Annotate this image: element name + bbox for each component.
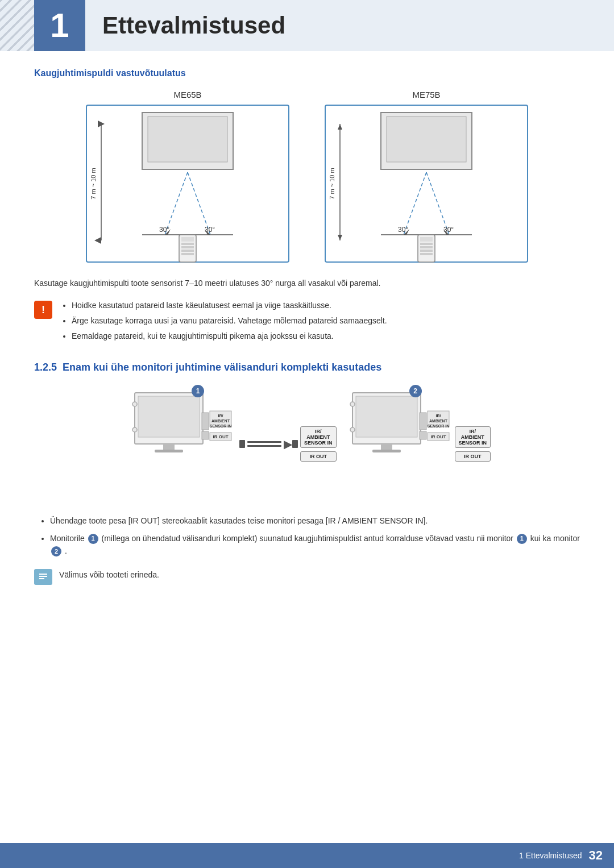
svg-point-57 — [350, 427, 355, 432]
chapter-title: Ettevalmistused — [102, 12, 285, 39]
diagram-left-svg: 7 m ~ 10 m 30° 30° — [85, 104, 290, 263]
monitor1-block: 1 IR/ AMBIENT SENSOR IN — [123, 387, 237, 501]
note-text: Välimus võib tooteti erineda. — [59, 569, 159, 581]
rc-diagram-me65b: ME65B 7 m ~ 10 m — [80, 90, 296, 263]
svg-text:IR OUT: IR OUT — [213, 434, 228, 439]
rc-diagrams-container: ME65B 7 m ~ 10 m — [34, 90, 580, 263]
svg-rect-2 — [148, 117, 227, 162]
monitor1-badge: 1 — [192, 385, 204, 397]
svg-text:AMBIENT: AMBIENT — [429, 419, 448, 423]
svg-rect-30 — [420, 250, 433, 252]
svg-rect-11 — [181, 246, 194, 248]
svg-rect-39 — [138, 396, 200, 437]
svg-rect-54 — [381, 444, 392, 450]
diagram-left-label: ME65B — [173, 90, 201, 99]
monitor1-svg: IR/ AMBIENT SENSOR IN IR OUT — [123, 387, 237, 501]
sub-section-heading: 1.2.5 Enam kui ühe monitori juhtimine vä… — [34, 362, 580, 373]
port2-ir-ambient-label: IR/AMBIENTSENSOR IN — [455, 426, 491, 448]
svg-rect-58 — [420, 413, 426, 430]
svg-rect-29 — [420, 246, 433, 248]
inline-badge-1: 1 — [88, 534, 98, 544]
svg-point-56 — [350, 402, 355, 406]
svg-text:IR OUT: IR OUT — [430, 434, 446, 439]
svg-rect-53 — [356, 396, 417, 437]
svg-rect-63 — [420, 431, 426, 439]
svg-rect-41 — [155, 450, 183, 452]
rc-caption: Kasutage kaugjuhtimispulti toote sensori… — [34, 277, 580, 289]
svg-point-43 — [132, 427, 137, 432]
svg-rect-20 — [387, 117, 466, 162]
page-header: 1 Ettevalmistused — [0, 0, 614, 51]
warning-icon: ! — [34, 301, 52, 319]
footer-label: 1 Ettevalmistused — [519, 851, 582, 860]
ports-between: IR/AMBIENTSENSOR IN IR OUT — [300, 426, 337, 462]
svg-rect-12 — [181, 250, 194, 252]
warning-item-2: Ärge kasutage korraga uusi ja vanu patar… — [72, 315, 387, 327]
diagram-right-label: ME75B — [412, 90, 440, 99]
diagram-right-svg: 7 m ~ 10 m 30° 30° — [324, 104, 529, 263]
port-ir-out-label: IR OUT — [300, 451, 337, 462]
svg-rect-28 — [420, 243, 433, 245]
svg-text:SENSOR IN: SENSOR IN — [427, 424, 449, 428]
svg-text:7 m ~ 10 m: 7 m ~ 10 m — [329, 168, 335, 199]
multi-monitor-diagram: 1 IR/ AMBIENT SENSOR IN — [34, 387, 580, 501]
warning-list: Hoidke kasutatud patareid laste käeulatu… — [61, 300, 387, 346]
svg-rect-27 — [420, 237, 433, 242]
port2-ir-out-label: IR OUT — [455, 451, 491, 462]
warning-item-1: Hoidke kasutatud patareid laste käeulatu… — [72, 300, 387, 312]
monitor2-block: 2 IR/ AMBIENT SENSOR IN IR OUT — [341, 387, 455, 501]
ports-right: IR/AMBIENTSENSOR IN IR OUT — [455, 426, 491, 462]
note-block: Välimus võib tooteti erineda. — [34, 569, 580, 585]
svg-rect-40 — [163, 444, 175, 450]
rc-diagram-me75b: ME75B 7 m ~ 10 m 30° 30° — [318, 90, 534, 263]
note-icon — [34, 569, 52, 585]
inline-badge-2: 1 — [517, 534, 527, 544]
svg-rect-49 — [202, 431, 209, 439]
inline-badge-3: 2 — [51, 546, 61, 556]
monitor2-svg: IR/ AMBIENT SENSOR IN IR OUT — [341, 387, 455, 501]
svg-text:7 m ~ 10 m: 7 m ~ 10 m — [90, 168, 97, 199]
chapter-title-block: Ettevalmistused — [85, 0, 614, 51]
sub-section-title: Enam kui ühe monitori juhtimine välisand… — [63, 362, 381, 373]
svg-rect-44 — [202, 413, 209, 430]
chapter-number-block: 1 — [34, 0, 85, 51]
svg-rect-10 — [181, 243, 194, 245]
svg-text:30°: 30° — [205, 226, 215, 234]
svg-text:30°: 30° — [443, 226, 454, 234]
chapter-number: 1 — [50, 9, 69, 43]
svg-text:SENSOR IN: SENSOR IN — [210, 424, 232, 428]
monitor2-badge: 2 — [409, 385, 422, 397]
port-ir-ambient-label: IR/AMBIENTSENSOR IN — [300, 426, 337, 448]
page-content: Kaugjuhtimispuldi vastuvõtuulatus ME65B … — [0, 68, 614, 608]
svg-text:IR/: IR/ — [435, 414, 441, 418]
svg-rect-9 — [181, 237, 194, 242]
cable-connector: ▶ — [239, 437, 298, 451]
svg-text:AMBIENT: AMBIENT — [211, 419, 230, 423]
svg-point-42 — [132, 402, 137, 406]
svg-rect-13 — [181, 253, 194, 255]
warning-block: ! Hoidke kasutatud patareid laste käeula… — [34, 300, 580, 346]
svg-rect-55 — [372, 450, 401, 452]
section-heading: Kaugjuhtimispuldi vastuvõtuulatus — [34, 68, 580, 78]
warning-item-3: Eemaldage patareid, kui te kaugjuhtimisp… — [72, 330, 387, 342]
bullet-item-1: Ühendage toote pesa [IR OUT] stereokaabl… — [50, 514, 580, 527]
header-pattern — [0, 0, 34, 51]
svg-rect-31 — [420, 253, 433, 255]
page-footer: 1 Ettevalmistused 32 — [0, 843, 614, 868]
sub-section-number: 1.2.5 — [34, 362, 57, 373]
bullet-item-2: Monitorile 1 (millega on ühendatud välis… — [50, 532, 580, 558]
bullet-list: Ühendage toote pesa [IR OUT] stereokaabl… — [34, 514, 580, 557]
svg-text:IR/: IR/ — [218, 414, 223, 418]
footer-page-number: 32 — [589, 848, 603, 863]
